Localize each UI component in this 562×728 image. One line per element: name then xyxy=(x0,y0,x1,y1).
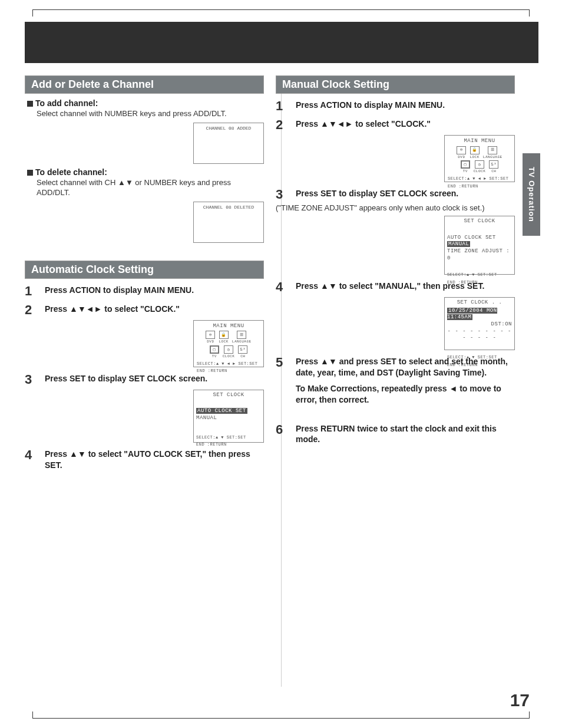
osd-line: - - - - - - - - - - - - - - xyxy=(447,328,512,342)
osd-footer: END :RETURN xyxy=(196,442,261,447)
step-text: Press ▲▼◄► to select "CLOCK." xyxy=(296,118,431,130)
step-number: 2 xyxy=(25,304,39,317)
step-main: Press SET to display SET CLOCK screen. xyxy=(296,189,458,198)
icon-label: CLOCK xyxy=(223,354,235,359)
del-heading: To delete channel: xyxy=(35,167,107,177)
step: 4 Press ▲▼ to select "AUTO CLOCK SET," t… xyxy=(25,449,264,471)
osd-set-clock: SET CLOCK AUTO CLOCK SET MANUAL TIME ZON… xyxy=(444,216,515,275)
osd-main-menu: MAIN MENU ⊖DVD 🔒LOCK ☰LANGUAGE ▢TV ◷CLOC… xyxy=(193,320,264,367)
icon-label: DVD xyxy=(458,155,465,160)
osd-highlight: 10/25/2004 MON 11:45AM xyxy=(447,308,497,321)
dvd-icon: ⊖ xyxy=(457,146,466,154)
step-text: Press ACTION to display MAIN MENU. xyxy=(45,285,194,296)
icon-label: DVD xyxy=(207,340,214,344)
step: 1 Press ACTION to display MAIN MENU. xyxy=(25,285,264,298)
step-number: 5 xyxy=(276,356,290,369)
dvd-icon: ⊖ xyxy=(206,331,215,339)
osd-title: SET CLOCK xyxy=(447,218,512,225)
osd-footer: SELECT:▲ ▼ ◄ ► SET:SET xyxy=(448,176,511,181)
section-title: Add or Delete a Channel xyxy=(25,75,264,94)
language-icon: ☰ xyxy=(237,331,246,339)
step: 3 Press SET to display SET CLOCK screen. xyxy=(25,373,264,386)
osd-text: CHANNEL 08 ADDED xyxy=(206,126,252,131)
lock-icon: 🔒 xyxy=(219,331,229,339)
tv-icon: ▢ xyxy=(461,160,470,169)
step-extra: To Make Corrections, repeatedly press ◄ … xyxy=(296,384,501,404)
osd-footer: SELECT:▲ ▼ ◄ ► SET:SET xyxy=(197,361,260,366)
osd-title: SET CLOCK . . xyxy=(447,299,512,307)
osd-footer: SELECT:▲ ▼ SET:SET xyxy=(447,272,512,277)
bullet-icon xyxy=(27,170,33,176)
step-text: Press SET to display SET CLOCK screen. xyxy=(45,373,207,384)
step-text: Press ▲▼ to select "AUTO CLOCK SET," the… xyxy=(45,449,264,471)
header-bar xyxy=(25,22,538,63)
body-text: Select channel with CH ▲▼ or NUMBER keys… xyxy=(37,178,264,198)
step: 2 Press ▲▼◄► to select "CLOCK." xyxy=(25,304,264,317)
step: 3 Press SET to display SET CLOCK screen. xyxy=(276,188,515,201)
icon-label: CH xyxy=(491,169,496,174)
icon-label: CH xyxy=(240,354,245,359)
left-column: Add or Delete a Channel To add channel: … xyxy=(25,71,264,470)
step-text: Press RETURN twice to start the clock an… xyxy=(296,423,515,446)
osd-highlight: MANUAL xyxy=(447,241,470,247)
osd-set-clock: SET CLOCK AUTO CLOCK SET MANUAL SELECT:▲… xyxy=(193,390,264,443)
subheading: To add channel: xyxy=(27,98,264,108)
step-text: Press ▲▼ to select "MANUAL," then press … xyxy=(296,281,484,292)
crop-mark-bottom xyxy=(32,718,530,719)
osd-title: MAIN MENU xyxy=(448,138,511,145)
icon-label: CLOCK xyxy=(474,169,486,174)
step-number: 2 xyxy=(276,118,290,131)
step: 1 Press ACTION to display MAIN MENU. xyxy=(276,100,515,113)
step-number: 4 xyxy=(25,449,39,462)
osd-title: SET CLOCK xyxy=(196,392,261,399)
icon-label: LOCK xyxy=(219,340,228,344)
step: 2 Press ▲▼◄► to select "CLOCK." xyxy=(276,118,515,131)
step-text: Press ▲▼ and press SET to select and set… xyxy=(296,356,515,406)
add-heading: To add channel: xyxy=(35,98,98,108)
step-number: 1 xyxy=(276,100,290,113)
step: 4 Press ▲▼ to select "MANUAL," then pres… xyxy=(276,281,515,294)
osd-footer: SELECT:▲ ▼ SET:SET xyxy=(196,435,261,440)
step: 5 Press ▲▼ and press SET to select and s… xyxy=(276,356,515,406)
body-text: Select channel with NUMBER keys and pres… xyxy=(37,109,264,119)
ch-icon: 5³ xyxy=(238,345,247,354)
osd-main-menu: MAIN MENU ⊖DVD 🔒LOCK ☰LANGUAGE ▢TV ◷CLOC… xyxy=(444,135,515,182)
osd-box: CHANNEL 08 DELETED xyxy=(193,202,264,243)
section-title: Manual Clock Setting xyxy=(276,75,515,94)
bullet-icon xyxy=(27,101,33,107)
osd-title: MAIN MENU xyxy=(197,323,260,330)
clock-icon: ◷ xyxy=(224,345,233,354)
osd-line: AUTO CLOCK SET xyxy=(447,235,512,242)
ch-icon: 5³ xyxy=(489,160,498,169)
osd-line: DST:ON xyxy=(447,321,512,328)
step-text: Press ▲▼◄► to select "CLOCK." xyxy=(45,304,180,315)
right-column: Manual Clock Setting 1 Press ACTION to d… xyxy=(276,71,515,470)
step-text: Press ACTION to display MAIN MENU. xyxy=(296,100,445,111)
subheading: To delete channel: xyxy=(27,167,264,177)
step: 6 Press RETURN twice to start the clock … xyxy=(276,423,515,446)
osd-text: CHANNEL 08 DELETED xyxy=(203,205,254,210)
icon-label: LANGUAGE xyxy=(232,340,252,344)
icon-label: TV xyxy=(463,169,468,174)
osd-set-clock: SET CLOCK . . 10/25/2004 MON 11:45AM DST… xyxy=(444,297,515,350)
lock-icon: 🔒 xyxy=(470,146,480,154)
tv-icon: ▢ xyxy=(210,345,219,354)
crop-mark-top xyxy=(32,9,530,10)
step-note: ("TIME ZONE ADJUST" appears only when au… xyxy=(276,203,515,212)
osd-line: MANUAL xyxy=(196,415,261,422)
language-icon: ☰ xyxy=(488,146,497,154)
step-text: Press SET to display SET CLOCK screen. xyxy=(296,188,458,199)
step-number: 3 xyxy=(276,188,290,201)
step-number: 1 xyxy=(25,285,39,298)
osd-line: TIME ZONE ADJUST : 0 xyxy=(447,248,512,262)
icon-label: LOCK xyxy=(470,155,479,160)
section-title: Automatic Clock Setting xyxy=(25,261,264,279)
step-number: 3 xyxy=(25,373,39,386)
osd-highlight: AUTO CLOCK SET xyxy=(196,408,247,414)
osd-box: CHANNEL 08 ADDED xyxy=(193,123,264,164)
step-number: 4 xyxy=(276,281,290,294)
step-number: 6 xyxy=(276,423,290,436)
clock-icon: ◷ xyxy=(475,160,484,169)
icon-label: TV xyxy=(212,354,217,359)
icon-label: LANGUAGE xyxy=(483,155,503,160)
